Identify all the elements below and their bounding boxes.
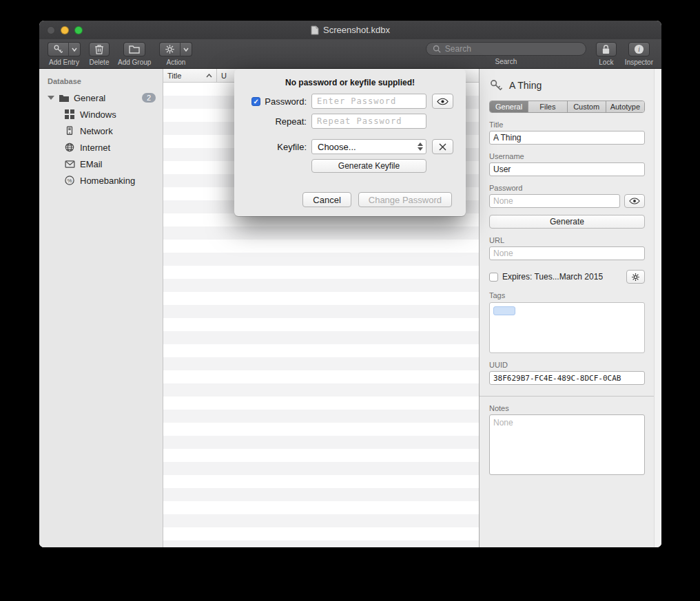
generate-keyfile-button[interactable]: Generate Keyfile: [311, 159, 426, 173]
add-entry-label: Add Entry: [49, 59, 79, 66]
folder-icon: [129, 45, 140, 54]
title-field[interactable]: [489, 131, 645, 145]
trash-icon: [94, 44, 104, 54]
sidebar-item-windows[interactable]: Windows: [39, 106, 163, 123]
traffic-lights: [47, 26, 83, 34]
entry-title: A Thing: [509, 80, 542, 91]
sidebar-item-network[interactable]: Network: [39, 123, 163, 139]
zoom-button[interactable]: [74, 26, 83, 34]
uuid-field[interactable]: [489, 371, 645, 385]
sidebar-item-internet[interactable]: Internet: [39, 139, 163, 156]
add-entry-button[interactable]: [48, 42, 68, 56]
sidebar-item-label: Network: [80, 126, 113, 136]
add-group-label: Add Group: [118, 59, 151, 66]
lock-label: Lock: [599, 59, 613, 66]
stepper-icon: [418, 143, 423, 151]
sidebar-item-label: EMail: [80, 159, 103, 169]
key-icon: [53, 44, 63, 54]
notes-label: Notes: [489, 404, 645, 412]
search-field[interactable]: [426, 42, 586, 56]
sort-ascending-icon: [206, 74, 212, 78]
eye-icon: [437, 98, 449, 105]
tab-custom[interactable]: Custom: [568, 101, 606, 112]
document-icon: [311, 25, 319, 35]
notes-field[interactable]: [489, 414, 645, 475]
title-field-label: Title: [489, 120, 645, 129]
percent-coin-icon: %: [64, 175, 75, 186]
expires-checkbox[interactable]: [489, 273, 498, 282]
reveal-password-button[interactable]: [432, 94, 453, 109]
delete-group: Delete: [89, 42, 110, 66]
window-title: Screenshot.kdbx: [311, 25, 390, 35]
svg-text:i: i: [638, 46, 640, 53]
lock-icon: [601, 44, 610, 54]
sidebar-item-email[interactable]: EMail: [39, 156, 163, 172]
titlebar: Screenshot.kdbx: [39, 21, 661, 39]
tags-box[interactable]: [489, 302, 645, 353]
inspector-group: i Inspector: [625, 42, 653, 66]
sidebar-item-general[interactable]: General 2: [39, 89, 163, 106]
action-label: Action: [166, 59, 185, 66]
generate-password-button[interactable]: Generate: [489, 215, 645, 229]
toolbar-right: Search Lock i: [426, 42, 655, 66]
reveal-password-button[interactable]: [624, 194, 645, 208]
action-button[interactable]: [159, 42, 180, 56]
key-icon: [489, 78, 503, 92]
search-icon: [433, 45, 441, 53]
add-entry-group: Add Entry: [48, 42, 81, 66]
expires-settings-button[interactable]: [626, 270, 645, 284]
repeat-input[interactable]: [311, 114, 426, 129]
inspector-divider: [480, 396, 661, 397]
password-input[interactable]: [311, 94, 426, 109]
close-x-icon: [439, 143, 446, 151]
inspector-button[interactable]: i: [628, 42, 650, 56]
delete-label: Delete: [90, 59, 110, 66]
password-checkbox[interactable]: ✓: [251, 97, 260, 106]
tab-general[interactable]: General: [490, 101, 528, 112]
windows-icon: [64, 109, 75, 120]
expires-label: Expires: Tues...March 2015: [502, 272, 603, 282]
column-username-text: U: [221, 72, 227, 80]
tab-files[interactable]: Files: [528, 101, 567, 112]
column-header-title[interactable]: Title: [163, 69, 217, 82]
minimize-button[interactable]: [61, 26, 69, 34]
close-button[interactable]: [47, 26, 55, 34]
network-icon: [64, 125, 75, 136]
inspector-tabs: General Files Custom Autotype: [489, 101, 645, 113]
action-dropdown[interactable]: [180, 42, 192, 56]
disclosure-triangle-icon[interactable]: [48, 96, 54, 100]
sidebar-item-label: General: [74, 93, 105, 103]
clear-keyfile-button[interactable]: [432, 139, 453, 154]
url-field[interactable]: [489, 246, 645, 260]
expires-row: Expires: Tues...March 2015: [489, 270, 645, 284]
search-input[interactable]: [445, 44, 579, 54]
keyfile-value: Choose...: [318, 142, 356, 152]
chevron-down-icon: [72, 48, 77, 52]
tag-chip[interactable]: [493, 306, 515, 315]
eye-icon: [629, 198, 640, 204]
tab-autotype[interactable]: Autotype: [606, 101, 644, 112]
change-password-button[interactable]: Change Password: [358, 192, 452, 207]
dialog-message: No password or keyfile supplied!: [234, 78, 466, 87]
action-group: Action: [159, 42, 192, 66]
tags-label: Tags: [489, 291, 645, 299]
add-group-button[interactable]: [123, 42, 145, 56]
sidebar-item-homebanking[interactable]: % Homebanking: [39, 172, 163, 189]
lock-button[interactable]: [596, 42, 617, 56]
password-field[interactable]: [489, 194, 620, 208]
inspector-label: Inspector: [625, 59, 653, 66]
app-window: Screenshot.kdbx Add Entry: [39, 21, 661, 547]
window-title-text: Screenshot.kdbx: [323, 25, 390, 35]
add-entry-dropdown[interactable]: [68, 42, 81, 56]
keyfile-select[interactable]: Choose...: [311, 139, 426, 154]
delete-button[interactable]: [89, 42, 110, 56]
globe-icon: [64, 142, 75, 153]
inspector-scrollbar[interactable]: [654, 69, 661, 547]
username-field-label: Username: [489, 152, 645, 160]
info-icon: i: [634, 44, 644, 54]
gear-icon: [165, 44, 175, 54]
password-label: Password:: [265, 96, 307, 107]
entry-count-badge: 2: [142, 93, 156, 103]
cancel-button[interactable]: Cancel: [302, 192, 351, 207]
username-field[interactable]: [489, 162, 645, 176]
